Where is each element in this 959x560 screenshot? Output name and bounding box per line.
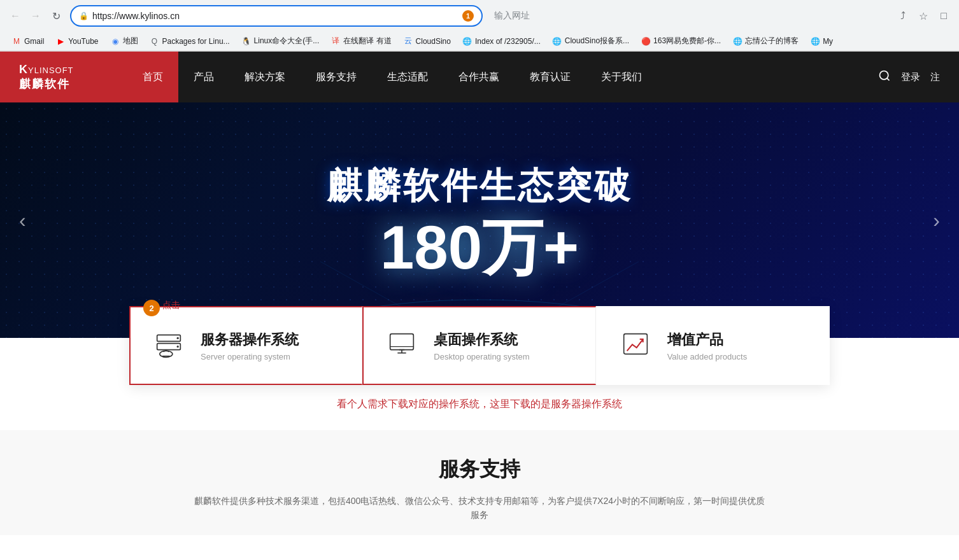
browser-toolbar: ← → ↻ 🔒 1 输入网址 ⤴ ☆ □ — [0, 0, 959, 32]
maps-icon: ◉ — [110, 36, 120, 46]
logo-k: K — [19, 63, 28, 76]
desktop-card-subtitle: Desktop operating system — [434, 352, 576, 361]
bookmark-youtube-label: YouTube — [68, 37, 98, 46]
bookmark-163[interactable]: 🔴 163网易免费邮-你... — [636, 34, 726, 48]
linux-icon: 🐧 — [241, 36, 252, 46]
server-icon — [150, 326, 188, 365]
bookmark-gmail[interactable]: M Gmail — [6, 34, 49, 48]
bookmark-translate[interactable]: 译 在线翻译 有道 — [325, 34, 396, 48]
lock-icon: 🔒 — [79, 11, 89, 20]
address-bar[interactable]: 🔒 1 — [70, 5, 483, 27]
nav-item-support[interactable]: 服务支持 — [301, 52, 372, 102]
server-card-title: 服务器操作系统 — [201, 330, 343, 349]
youtube-icon: ▶ — [55, 36, 66, 46]
address-placeholder[interactable]: 输入网址 — [488, 10, 889, 22]
bookmark-zhiqing[interactable]: 🌐 忘情公子的博客 — [727, 34, 804, 48]
translate-icon: 译 — [330, 36, 341, 46]
desktop-card-title: 桌面操作系统 — [434, 330, 576, 349]
search-button[interactable] — [878, 69, 891, 85]
svg-rect-19 — [390, 334, 414, 350]
bookmark-youtube[interactable]: ▶ YouTube — [50, 34, 103, 48]
hero-banner: 麒麟软件生态突破 180万+ ‹ › — [0, 102, 959, 338]
nav-item-solutions[interactable]: 解决方案 — [229, 52, 301, 102]
bookmark-163-label: 163网易免费邮-你... — [653, 36, 721, 46]
nav-item-cooperation[interactable]: 合作共赢 — [443, 52, 515, 102]
value-icon — [616, 326, 655, 365]
browser-chrome: ← → ↻ 🔒 1 输入网址 ⤴ ☆ □ M Gmail ▶ YouTube ◉… — [0, 0, 959, 52]
nav-buttons: ← → ↻ — [6, 7, 65, 25]
bookmark-linux[interactable]: 🐧 Linux命令大全(手... — [236, 34, 325, 48]
bookmark-index-label: Index of /232905/... — [475, 37, 541, 46]
svg-line-1 — [887, 78, 890, 80]
hero-content: 麒麟软件生态突破 180万+ — [327, 162, 632, 278]
hero-next-button[interactable]: › — [927, 202, 946, 239]
zhiqing-icon: 🌐 — [732, 36, 742, 46]
login-button[interactable]: 登录 — [901, 71, 920, 83]
url-input[interactable] — [92, 11, 458, 21]
refresh-button[interactable]: ↻ — [47, 7, 65, 25]
nav-item-ecosystem[interactable]: 生态适配 — [372, 52, 443, 102]
service-section: 服务支持 麒麟软件提供多种技术服务渠道，包括400电话热线、微信公众号、技术支持… — [0, 430, 959, 535]
nav-item-home[interactable]: 首页 — [127, 52, 178, 102]
server-card-text: 服务器操作系统 Server operating system — [201, 330, 343, 361]
163-icon: 🔴 — [641, 36, 651, 46]
value-card-subtitle: Value added products — [667, 352, 809, 361]
cloudsino-icon: 云 — [403, 36, 413, 46]
address-badge: 1 — [462, 10, 474, 22]
bookmark-maps-label: 地图 — [123, 36, 138, 46]
svg-point-0 — [880, 71, 888, 79]
bookmark-cloudsino-label: CloudSino — [416, 37, 451, 46]
bookmark-gmail-label: Gmail — [24, 37, 44, 46]
bookmark-my[interactable]: 🌐 My — [805, 34, 838, 48]
logo-area[interactable]: KYLINSOFT 麒麟软件 — [0, 52, 127, 102]
bookmark-linux-label: Linux命令大全(手... — [254, 36, 320, 46]
desktop-icon — [383, 326, 421, 365]
index-icon: 🌐 — [462, 36, 472, 46]
bookmark-packages-label: Packages for Linu... — [162, 37, 230, 46]
cloudsino2-icon: 🌐 — [552, 36, 562, 46]
nav-item-products[interactable]: 产品 — [178, 52, 229, 102]
server-card-subtitle: Server operating system — [201, 352, 343, 361]
website-content: KYLINSOFT 麒麟软件 首页 产品 解决方案 服务支持 生态适配 合作共赢… — [0, 52, 959, 535]
annotation-text: 看个人需求下载对应的操作系统，这里下载的是服务器操作系统 — [0, 385, 959, 424]
product-card-desktop[interactable]: 桌面操作系统 Desktop operating system — [362, 306, 595, 385]
bookmark-my-label: My — [823, 37, 833, 46]
nav-item-education[interactable]: 教育认证 — [515, 52, 586, 102]
nav-item-about[interactable]: 关于我们 — [586, 52, 657, 102]
bookmark-cloudsino[interactable]: 云 CloudSino — [398, 34, 456, 48]
value-card-text: 增值产品 Value added products — [667, 330, 809, 361]
product-card-server[interactable]: 2 点击 — [129, 306, 362, 385]
logo-en: KYLINSOFT — [19, 63, 74, 76]
hero-number: 180万+ — [327, 217, 632, 278]
logo-cn: 麒麟软件 — [19, 76, 74, 92]
bookmark-cloudsino2[interactable]: 🌐 CloudSino报备系... — [547, 34, 634, 48]
service-description: 麒麟软件提供多种技术服务渠道，包括400电话热线、微信公众号、技术支持专用邮箱等… — [193, 494, 766, 522]
bookmark-cloudsino2-label: CloudSino报备系... — [565, 36, 629, 46]
nav-menu: 首页 产品 解决方案 服务支持 生态适配 合作共赢 教育认证 关于我们 — [127, 52, 878, 102]
hero-prev-button[interactable]: ‹ — [13, 202, 32, 239]
bookmark-zhiqing-label: 忘情公子的博客 — [745, 36, 799, 46]
nav-right: 登录 注 — [878, 69, 959, 85]
share-button[interactable]: ⤴ — [894, 7, 912, 25]
bookmark-translate-label: 在线翻译 有道 — [343, 36, 391, 46]
product-card-value[interactable]: 增值产品 Value added products — [596, 306, 830, 385]
site-nav: KYLINSOFT 麒麟软件 首页 产品 解决方案 服务支持 生态适配 合作共赢… — [0, 52, 959, 102]
bookmark-maps[interactable]: ◉ 地图 — [105, 34, 143, 48]
click-label: 点击 — [162, 300, 180, 311]
value-card-title: 增值产品 — [667, 330, 809, 349]
toolbar-actions: ⤴ ☆ □ — [894, 7, 953, 25]
hero-title: 麒麟软件生态突破 — [327, 162, 632, 211]
bookmark-index[interactable]: 🌐 Index of /232905/... — [457, 34, 546, 48]
logo-ylinsoft: YLINSOFT — [28, 66, 74, 75]
bookmark-packages[interactable]: Q Packages for Linu... — [145, 34, 235, 48]
logo: KYLINSOFT 麒麟软件 — [19, 63, 74, 92]
bookmark-button[interactable]: ☆ — [914, 7, 932, 25]
fullscreen-button[interactable]: □ — [935, 7, 953, 25]
product-badge: 2 — [143, 300, 160, 316]
desktop-card-text: 桌面操作系统 Desktop operating system — [434, 330, 576, 361]
packages-icon: Q — [150, 36, 160, 46]
register-button[interactable]: 注 — [930, 71, 940, 83]
forward-button[interactable]: → — [27, 7, 45, 25]
back-button[interactable]: ← — [6, 7, 24, 25]
bookmarks-bar: M Gmail ▶ YouTube ◉ 地图 Q Packages for Li… — [0, 32, 959, 51]
